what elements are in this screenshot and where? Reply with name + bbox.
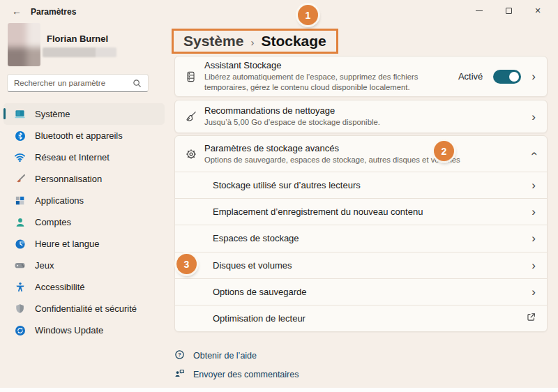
breadcrumb-separator-icon: › <box>250 35 254 48</box>
avatar[interactable] <box>8 23 40 66</box>
sidebar-item-label: Système <box>35 109 70 119</box>
window-bottom-edge <box>0 388 558 392</box>
sidebar-item-label: Bluetooth et appareils <box>35 130 123 141</box>
user-email-redacted <box>43 47 116 57</box>
chevron-right-icon: › <box>531 206 536 218</box>
broom-icon <box>185 110 204 123</box>
sidebar-item-jeux[interactable]: Jeux <box>3 255 165 276</box>
person-icon <box>14 216 26 228</box>
sidebar-item-label: Comptes <box>35 217 71 227</box>
avatar-image <box>8 23 40 66</box>
sidebar-item-label: Réseau et Internet <box>35 152 110 163</box>
storage-sense-title: Assistant Stockage <box>204 60 453 70</box>
cleanup-recommendations-card[interactable]: Recommandations de nettoyage Jusqu’à 5,0… <box>174 100 548 133</box>
feedback-icon <box>174 368 185 381</box>
apps-icon <box>14 195 26 206</box>
laptop-icon <box>14 108 26 120</box>
accessibility-icon <box>14 281 26 293</box>
storage-sense-card[interactable]: Assistant Stockage Libérez automatiqueme… <box>174 56 548 97</box>
list-item-drive-optimization[interactable]: Optimisation de lecteur <box>175 305 547 331</box>
search-icon <box>133 79 142 88</box>
search-placeholder: Rechercher un paramètre <box>14 79 133 87</box>
list-item-storage-spaces[interactable]: Espaces de stockage › <box>175 225 547 251</box>
svg-text:?: ? <box>178 352 181 358</box>
sidebar-item-accessibilite[interactable]: Accessibilité <box>3 276 165 298</box>
update-icon <box>14 324 26 336</box>
chevron-right-icon: › <box>531 232 536 244</box>
list-item-save-locations[interactable]: Emplacement d’enregistrement du nouveau … <box>175 198 547 225</box>
close-button[interactable]: ✕ <box>523 0 552 21</box>
send-feedback-link[interactable]: Envoyer des commentaires <box>174 368 299 381</box>
sidebar-item-label: Windows Update <box>35 325 103 336</box>
advanced-storage-header[interactable]: Paramètres de stockage avancés Options d… <box>175 136 547 172</box>
sidebar-item-reseau[interactable]: Réseau et Internet <box>3 146 165 168</box>
sidebar-item-label: Applications <box>35 195 84 206</box>
sidebar-item-label: Jeux <box>35 260 54 271</box>
paintbrush-icon <box>14 173 26 185</box>
bluetooth-icon <box>14 130 26 142</box>
toggle-knob <box>509 72 519 82</box>
list-item-storage-other-drives[interactable]: Stockage utilisé sur d’autres lecteurs › <box>175 172 547 198</box>
sidebar-item-windows-update[interactable]: Windows Update <box>3 319 165 341</box>
chevron-right-icon: › <box>531 259 536 271</box>
close-icon: ✕ <box>534 6 541 15</box>
external-link-icon <box>527 312 536 324</box>
gear-icon <box>185 148 204 160</box>
chevron-right-icon: › <box>531 70 536 82</box>
window-title: Paramètres <box>31 7 76 17</box>
cleanup-title: Recommandations de nettoyage <box>204 105 526 116</box>
clock-icon <box>14 238 26 250</box>
chevron-right-icon: › <box>531 286 536 298</box>
page-title: Stockage <box>261 33 326 50</box>
storage-sense-icon <box>185 70 204 83</box>
chevron-right-icon: › <box>531 111 536 123</box>
back-icon[interactable]: ← <box>12 6 22 17</box>
list-item-disks-volumes[interactable]: Disques et volumes › <box>175 252 547 278</box>
selected-indicator <box>3 108 6 119</box>
toggle-status-label: Activé <box>458 71 483 82</box>
chevron-right-icon: › <box>531 179 536 191</box>
sidebar-item-applications[interactable]: Applications <box>3 190 165 211</box>
breadcrumb: Système › Stockage <box>172 29 338 54</box>
sidebar-item-label: Confidentialité et sécurité <box>35 303 137 314</box>
user-name: Florian Burnel <box>47 33 108 44</box>
help-icon: ? <box>174 349 185 362</box>
sidebar-item-heure-langue[interactable]: Heure et langue <box>3 233 165 255</box>
maximize-button[interactable] <box>494 0 523 21</box>
cleanup-description: Jusqu’à 5,00 Go d’espace de stockage dis… <box>204 117 483 128</box>
settings-window: { "titlebar": { "title": "Paramètres" },… <box>0 0 558 392</box>
maximize-icon <box>506 8 512 14</box>
list-item-backup-options[interactable]: Options de sauvegarde › <box>175 278 547 305</box>
annotation-badge-2: 2 <box>434 141 454 161</box>
sidebar-nav: Système Bluetooth et appareils Réseau et… <box>3 103 165 341</box>
shield-icon <box>14 303 26 315</box>
annotation-badge-3: 3 <box>176 254 197 274</box>
search-input[interactable]: Rechercher un paramètre <box>7 74 149 92</box>
sidebar-item-comptes[interactable]: Comptes <box>3 211 165 233</box>
breadcrumb-parent[interactable]: Système <box>183 33 243 50</box>
send-feedback-label: Envoyer des commentaires <box>193 370 299 379</box>
sidebar-item-bluetooth[interactable]: Bluetooth et appareils <box>3 125 165 146</box>
get-help-link[interactable]: ? Obtenir de l’aide <box>174 349 257 362</box>
sidebar-item-personnalisation[interactable]: Personnalisation <box>3 168 165 190</box>
storage-sense-description: Libérez automatiquement de l’espace, sup… <box>204 72 453 93</box>
sidebar-item-label: Heure et langue <box>35 239 100 249</box>
minimize-button[interactable] <box>465 0 494 21</box>
chevron-up-icon: › <box>528 152 540 156</box>
wifi-icon <box>14 151 26 163</box>
get-help-label: Obtenir de l’aide <box>193 351 257 361</box>
gamepad-icon <box>14 259 26 271</box>
minimize-icon <box>476 10 483 11</box>
sidebar-item-label: Accessibilité <box>35 282 85 292</box>
advanced-storage-expander: Paramètres de stockage avancés Options d… <box>174 135 548 332</box>
annotation-badge-1: 1 <box>298 5 318 25</box>
sidebar-item-systeme[interactable]: Système <box>3 103 165 125</box>
window-controls: ✕ <box>465 0 552 21</box>
storage-sense-toggle[interactable] <box>493 70 521 84</box>
sidebar-item-label: Personnalisation <box>35 174 102 184</box>
sidebar-item-confidentialite[interactable]: Confidentialité et sécurité <box>3 298 165 319</box>
advanced-storage-title: Paramètres de stockage avancés <box>204 143 526 153</box>
